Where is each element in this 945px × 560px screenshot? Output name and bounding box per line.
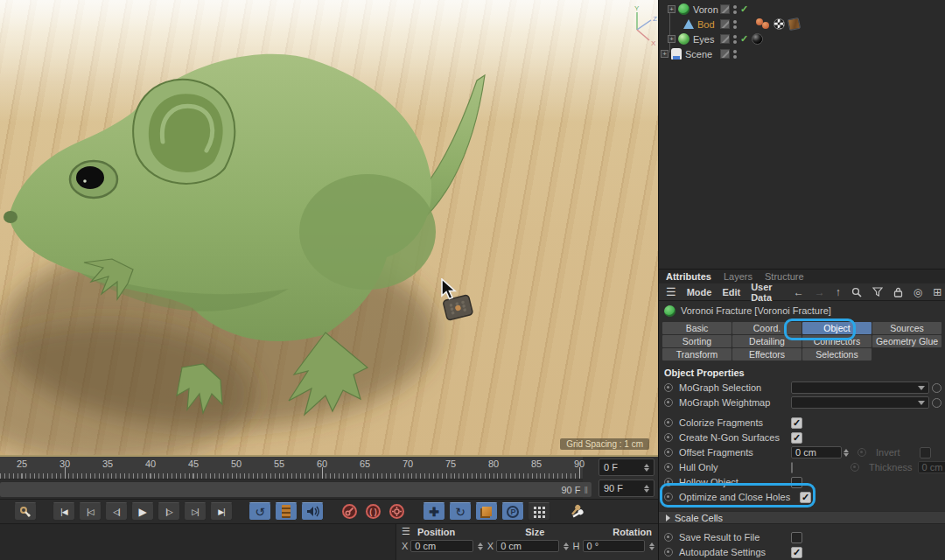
tab-effectors[interactable]: Effectors: [732, 348, 802, 360]
stepper-icon[interactable]: [644, 485, 649, 493]
key-rotation-toggle[interactable]: ↻: [449, 502, 472, 521]
loop-playback-button[interactable]: ↺: [248, 502, 271, 521]
mograph-weightmap-input[interactable]: [791, 396, 929, 409]
param-dot-icon[interactable]: [664, 383, 673, 392]
tab-layers[interactable]: Layers: [724, 271, 752, 282]
colorize-fragments-checkbox[interactable]: ✓: [791, 417, 802, 429]
lock-icon[interactable]: [893, 287, 903, 298]
tab-structure[interactable]: Structure: [765, 271, 804, 282]
link-picker-icon[interactable]: [932, 398, 942, 408]
visibility-dots-icon[interactable]: [733, 5, 737, 14]
hollow-object-checkbox[interactable]: [791, 477, 802, 488]
panel-menu-icon[interactable]: ☰: [666, 285, 676, 298]
enabled-check-icon[interactable]: ✓: [740, 4, 748, 15]
hull-only-checkbox[interactable]: [791, 462, 793, 473]
play-button[interactable]: ▶: [131, 502, 154, 521]
focus-target-icon[interactable]: ◎: [914, 286, 922, 298]
current-frame-field[interactable]: 0 F: [598, 458, 654, 476]
parent-up-icon[interactable]: ↑: [836, 286, 841, 298]
param-dot-icon[interactable]: [664, 433, 673, 442]
layer-toggle-icon[interactable]: [720, 19, 730, 29]
param-dot-icon[interactable]: [664, 448, 673, 457]
param-dot-icon[interactable]: [664, 548, 673, 556]
keyframe-settings-button[interactable]: [387, 502, 407, 521]
tab-selections[interactable]: Selections: [802, 348, 872, 360]
create-ngon-surfaces-checkbox[interactable]: ✓: [791, 432, 802, 444]
checker-material-tag-icon[interactable]: [774, 18, 785, 30]
end-frame-field[interactable]: 90 F: [598, 480, 654, 497]
point-level-animation-toggle[interactable]: [528, 502, 550, 521]
param-dot-icon[interactable]: [664, 463, 673, 472]
param-dot-icon[interactable]: [664, 533, 673, 542]
link-picker-icon[interactable]: [932, 383, 942, 393]
goto-end-button[interactable]: ▶|: [210, 502, 233, 521]
next-frame-button[interactable]: |▷: [158, 502, 180, 521]
object-row-eyes[interactable]: + Eyes ✓: [659, 32, 945, 46]
history-back-icon[interactable]: ←: [794, 286, 804, 298]
layer-toggle-icon[interactable]: [720, 49, 730, 59]
record-active-objects-button[interactable]: [340, 502, 360, 521]
object-name[interactable]: Bod: [697, 19, 715, 30]
autoupdate-checkbox[interactable]: ✓: [791, 547, 802, 558]
goto-start-button[interactable]: |◀: [52, 502, 75, 521]
timeline-scrollbar[interactable]: 90 F ‖: [0, 480, 583, 499]
previous-frame-button[interactable]: ◁|: [105, 502, 128, 521]
param-dot-icon[interactable]: [664, 493, 673, 501]
tab-detailing[interactable]: Detailing: [732, 335, 802, 347]
stepper-icon[interactable]: [844, 449, 849, 457]
keyframe-selection-button[interactable]: [566, 502, 589, 521]
object-row-voronoi[interactable]: + Voron ✓: [659, 2, 945, 17]
panel-menu-icon[interactable]: ☰: [402, 526, 410, 537]
stepper-icon[interactable]: [649, 542, 654, 550]
layer-toggle-icon[interactable]: [720, 4, 730, 14]
object-name[interactable]: Eyes: [693, 34, 714, 45]
expand-icon[interactable]: +: [668, 5, 676, 13]
scale-cells-group[interactable]: Scale Cells: [659, 511, 945, 524]
offset-fragments-input[interactable]: 0 cm: [791, 446, 842, 458]
stepper-icon[interactable]: [564, 542, 569, 550]
tab-connectors[interactable]: Connectors: [802, 335, 872, 347]
key-position-toggle[interactable]: ✚: [423, 502, 445, 521]
tab-attributes[interactable]: Attributes: [666, 271, 711, 282]
menu-edit[interactable]: Edit: [722, 287, 740, 298]
black-material-tag-icon[interactable]: [752, 33, 763, 45]
tab-sorting[interactable]: Sorting: [662, 335, 732, 347]
tab-sources[interactable]: Sources: [872, 322, 942, 334]
3d-viewport[interactable]: Y Z X Grid Spacing : 1 cm: [0, 0, 658, 455]
param-dot-icon[interactable]: [664, 418, 673, 427]
timeline-ruler[interactable]: 2530354045505560657075808590: [0, 457, 583, 480]
search-icon[interactable]: [851, 287, 862, 298]
optimize-close-holes-checkbox[interactable]: ✓: [800, 492, 811, 503]
enabled-check-icon[interactable]: ✓: [740, 33, 748, 45]
tab-transform[interactable]: Transform: [662, 348, 732, 360]
mograph-selection-tag-icon[interactable]: [756, 18, 770, 30]
object-name[interactable]: Voron: [693, 4, 718, 15]
tab-coord[interactable]: Coord.: [732, 322, 802, 334]
autokeying-button[interactable]: ( ): [363, 502, 383, 521]
object-manager[interactable]: + Voron ✓ Bod + Eyes: [659, 0, 945, 270]
menu-mode[interactable]: Mode: [687, 287, 712, 298]
visibility-dots-icon[interactable]: [733, 20, 737, 29]
scroll-grip-icon[interactable]: ‖: [584, 485, 589, 495]
stepper-icon[interactable]: [644, 464, 649, 472]
visibility-dots-icon[interactable]: [733, 50, 737, 59]
play-sound-button[interactable]: [301, 502, 324, 521]
key-scale-toggle[interactable]: [475, 502, 498, 521]
position-x-input[interactable]: 0 cm: [410, 540, 472, 552]
expand-icon[interactable]: +: [661, 50, 668, 58]
param-dot-icon[interactable]: [664, 398, 673, 407]
rotation-h-input[interactable]: 0 °: [583, 540, 645, 552]
mouse-model[interactable]: [0, 0, 658, 455]
play-animation-track-button[interactable]: [275, 502, 298, 521]
key-parameter-toggle[interactable]: P: [501, 502, 524, 521]
wood-texture-tag-icon[interactable]: [788, 18, 801, 31]
param-dot-icon[interactable]: [664, 478, 673, 486]
tab-geometry-glue[interactable]: Geometry Glue: [872, 335, 942, 347]
save-result-checkbox[interactable]: [791, 532, 802, 543]
layer-toggle-icon[interactable]: [720, 34, 730, 44]
new-panel-icon[interactable]: ⊞: [933, 286, 942, 298]
object-row-scene[interactable]: + Scene: [659, 46, 945, 61]
mograph-selection-input[interactable]: [791, 382, 929, 394]
previous-key-button[interactable]: |◁: [79, 502, 102, 521]
menu-user-data[interactable]: User Data: [751, 282, 772, 303]
